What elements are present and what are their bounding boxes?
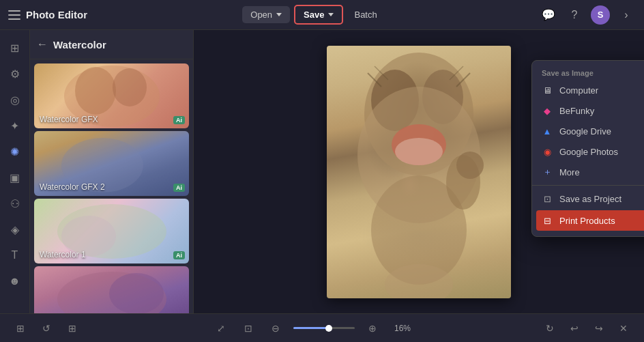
open-button[interactable]: Open: [242, 6, 290, 23]
save-dropdown-menu: Save as Image 🖥 Computer ⌘S ◆ BeFunky ▲ …: [531, 60, 644, 237]
svg-point-2: [113, 68, 147, 106]
svg-point-8: [109, 273, 164, 313]
bottombar: ⊞ ↺ ⊞ ⤢ ⊡ ⊖ ⊕ 16% ↻ ↩ ↪ ✕: [0, 313, 644, 342]
ai-badge-wc-gfx2: Ai: [173, 184, 185, 192]
dropdown-item-befunky[interactable]: ◆ BeFunky: [532, 100, 644, 121]
undo-icon[interactable]: ↩: [565, 319, 584, 338]
more-options-icon[interactable]: ›: [617, 5, 636, 25]
panel-title: Watercolor: [53, 39, 106, 51]
zoom-slider[interactable]: [293, 327, 355, 329]
save-button[interactable]: Save: [294, 5, 343, 25]
dropdown-item-computer[interactable]: 🖥 Computer ⌘S: [532, 80, 644, 100]
expand-icon[interactable]: ⤢: [211, 319, 231, 338]
svg-point-1: [75, 67, 116, 115]
dropdown-divider: [532, 185, 644, 186]
google-photos-icon: ◉: [542, 146, 553, 157]
open-chevron-icon: [276, 13, 282, 16]
crop-icon[interactable]: ⊡: [239, 319, 258, 338]
dropdown-item-save-project-label: Save as Project: [559, 194, 621, 204]
more-plus-icon: ＋: [542, 167, 553, 177]
main-area: ⊞ ⚙ ◎ ✦ ✺ ▣ ⚇ ◈ T ☻ ← Watercolor: [0, 30, 644, 313]
dropdown-item-google-drive-label: Google Drive: [559, 126, 611, 137]
chat-icon-button[interactable]: 💬: [539, 5, 558, 25]
svg-point-22: [456, 152, 484, 179]
topbar: Photo Editor Open Save Batch 💬 ? S ›: [0, 0, 644, 30]
zoom-slider-thumb: [325, 325, 332, 332]
app-title: Photo Editor: [26, 9, 87, 20]
save-project-icon: ⊡: [542, 193, 553, 204]
svg-point-14: [395, 138, 443, 165]
shapes-icon-button[interactable]: ◈: [4, 218, 26, 240]
dropdown-section-label: Save as Image: [532, 65, 644, 80]
effect-item-wc1[interactable]: Watercolor 1 Ai: [34, 199, 189, 263]
canvas-image: [327, 46, 511, 298]
computer-icon: 🖥: [542, 85, 553, 96]
google-drive-icon: ▲: [542, 126, 553, 137]
bottombar-right: ↻ ↩ ↪ ✕: [540, 319, 633, 338]
effect-label-wc-gfx: Watercolor GFX: [40, 115, 98, 124]
print-products-icon: ⊟: [542, 215, 553, 226]
brush-icon-button[interactable]: ✦: [4, 115, 26, 137]
dropdown-item-more[interactable]: ＋ More ›: [532, 162, 644, 182]
bottombar-left: ⊞ ↺ ⊞: [11, 319, 82, 338]
refresh-icon[interactable]: ↻: [540, 319, 559, 338]
topbar-center: Open Save Batch: [96, 5, 531, 25]
people-icon-button[interactable]: ⚇: [4, 193, 26, 214]
effect-item-wc-gfx[interactable]: Watercolor GFX Ai: [34, 63, 189, 128]
dropdown-item-google-drive[interactable]: ▲ Google Drive: [532, 121, 644, 141]
dropdown-item-print-products-label: Print Products: [559, 216, 615, 226]
topbar-right: 💬 ? S ›: [539, 5, 636, 25]
befunky-icon: ◆: [542, 105, 553, 116]
dropdown-item-befunky-label: BeFunky: [559, 106, 594, 116]
effect-item-wc2[interactable]: Watercolor 2 Ai: [34, 266, 189, 313]
batch-button[interactable]: Batch: [347, 6, 383, 23]
canvas-area: Save as Image 🖥 Computer ⌘S ◆ BeFunky ▲ …: [194, 30, 644, 313]
adjustments-icon-button[interactable]: ⚙: [4, 63, 26, 85]
zoom-out-icon[interactable]: ⊖: [266, 319, 285, 338]
ai-badge-wc-gfx: Ai: [173, 116, 185, 124]
stickers-icon-button[interactable]: ☻: [4, 270, 26, 292]
history-icon[interactable]: ↺: [37, 319, 56, 338]
frames-icon-button[interactable]: ▣: [4, 167, 26, 188]
panel-header: ← Watercolor: [30, 30, 193, 59]
save-chevron-icon: [328, 13, 334, 16]
preview-icon-button[interactable]: ◎: [4, 89, 26, 111]
topbar-left: Photo Editor: [8, 9, 87, 20]
close-icon[interactable]: ✕: [614, 319, 633, 338]
effect-label-wc1: Watercolor 1: [40, 250, 86, 259]
effects-list: Watercolor GFX Ai Watercolor GFX 2 Ai: [30, 59, 193, 313]
layers-icon-button[interactable]: ⊞: [4, 37, 26, 59]
help-icon-button[interactable]: ?: [565, 5, 584, 25]
effects-panel: ← Watercolor Watercolor GFX Ai: [30, 30, 194, 313]
dropdown-item-google-photos[interactable]: ◉ Google Photos: [532, 141, 644, 162]
effects-icon-button[interactable]: ✺: [4, 141, 26, 162]
ai-badge-wc1: Ai: [173, 251, 185, 259]
text-icon-button[interactable]: T: [4, 244, 26, 266]
redo-icon[interactable]: ↪: [589, 319, 609, 338]
bottombar-center: ⤢ ⊡ ⊖ ⊕ 16%: [211, 319, 411, 338]
zoom-percentage: 16%: [390, 324, 411, 333]
effect-thumb-wc2: [34, 266, 189, 313]
back-button[interactable]: ←: [37, 38, 48, 51]
effect-label-wc-gfx2: Watercolor GFX 2: [40, 182, 105, 192]
dog-painting: [327, 46, 511, 298]
hamburger-menu-icon[interactable]: [8, 10, 20, 20]
effect-item-wc-gfx2[interactable]: Watercolor GFX 2 Ai: [34, 131, 189, 196]
icon-bar: ⊞ ⚙ ◎ ✦ ✺ ▣ ⚇ ◈ T ☻: [0, 30, 30, 313]
dropdown-item-print-products[interactable]: ⊟ Print Products: [536, 210, 644, 231]
grid-icon[interactable]: ⊞: [63, 319, 82, 338]
avatar[interactable]: S: [591, 5, 610, 25]
layers-bottom-icon[interactable]: ⊞: [11, 319, 30, 338]
dropdown-item-save-project[interactable]: ⊡ Save as Project ⌘⇧S: [532, 188, 644, 209]
dropdown-item-more-label: More: [559, 167, 580, 177]
zoom-in-icon[interactable]: ⊕: [363, 319, 382, 338]
dropdown-item-google-photos-label: Google Photos: [559, 147, 618, 157]
dropdown-item-computer-label: Computer: [559, 85, 598, 96]
